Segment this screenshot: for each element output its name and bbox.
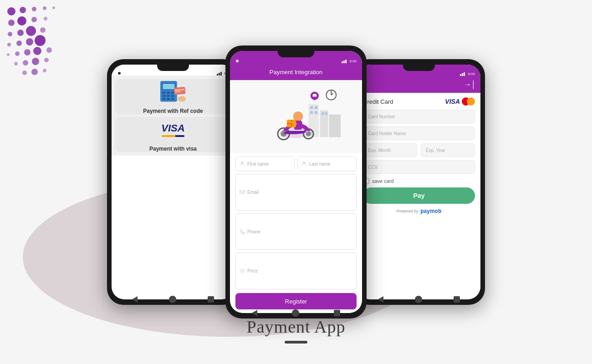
recents-button-right[interactable] <box>454 296 460 303</box>
phone2-header-title: Payment Integration <box>270 69 322 76</box>
home-button-center[interactable] <box>292 309 299 317</box>
name-row: First name Last name <box>235 157 357 171</box>
payment-ref-code-card[interactable]: Payment with Ref code <box>115 79 231 114</box>
phone-notch-right <box>403 65 435 71</box>
svg-rect-56 <box>329 114 341 137</box>
recents-button-left[interactable] <box>208 296 214 303</box>
svg-rect-31 <box>219 73 220 76</box>
first-name-input[interactable]: First name <box>235 157 295 171</box>
delivery-illustration-area <box>230 80 362 153</box>
register-button-label: Register <box>285 298 307 305</box>
powered-by-row: Powered by paymob <box>363 208 475 214</box>
price-input[interactable]: Price <box>235 253 357 289</box>
svg-rect-40 <box>167 95 170 96</box>
logout-icon[interactable]: →│ <box>464 81 476 89</box>
ref-code-label: Payment with Ref code <box>143 108 203 114</box>
phone-input[interactable]: Phone <box>235 213 357 250</box>
svg-rect-36 <box>162 91 165 93</box>
last-name-placeholder: Last name <box>309 162 331 167</box>
expiry-row: Exp. Month Exp. Year <box>363 143 475 157</box>
visa-icon-area: VISA <box>157 117 189 142</box>
svg-rect-57 <box>310 106 313 109</box>
back-button-right[interactable] <box>378 296 383 303</box>
person-icon <box>240 161 245 167</box>
credit-card-form: Credit Card VISA Card Number <box>357 93 480 299</box>
back-button-center[interactable] <box>252 310 257 316</box>
ccv-input[interactable]: CCV <box>363 160 475 174</box>
phone-icon <box>240 229 245 234</box>
svg-rect-61 <box>322 112 324 115</box>
back-button-left[interactable] <box>132 296 138 303</box>
right-status-time: 6:00 <box>468 72 475 76</box>
payment-visa-card[interactable]: VISA Payment with visa <box>115 117 231 152</box>
svg-point-49 <box>236 60 239 62</box>
card-brands: VISA <box>445 97 475 106</box>
svg-point-29 <box>118 72 121 75</box>
price-icon <box>240 268 245 274</box>
svg-rect-43 <box>167 98 170 100</box>
visa-brand-icon: VISA <box>445 98 460 105</box>
phone-notch-left <box>157 65 189 71</box>
card-holder-input[interactable]: Card Holder Name <box>363 126 475 140</box>
phones-container: 6:u <box>0 0 592 364</box>
email-input[interactable]: Email <box>235 174 357 211</box>
visa-card-visual: VISA <box>161 122 184 137</box>
powered-by-text: Powered by <box>397 209 418 213</box>
paymob-logo: paymob <box>420 208 441 214</box>
page-title: Payment App <box>247 317 346 337</box>
credit-card-header-row: Credit Card VISA <box>363 97 475 106</box>
svg-rect-52 <box>345 60 347 63</box>
svg-rect-37 <box>167 91 170 93</box>
exp-year-input[interactable]: Exp. Year <box>421 143 475 157</box>
phone3-header: →│ <box>357 76 480 93</box>
phone-placeholder: Phone <box>247 229 260 234</box>
card-number-input[interactable]: Card Number <box>363 110 475 123</box>
svg-rect-35 <box>163 84 174 89</box>
recents-button-center[interactable] <box>334 310 340 316</box>
nav-buttons-right <box>353 296 485 303</box>
last-name-input[interactable]: Last name <box>297 157 357 171</box>
svg-point-48 <box>178 96 186 101</box>
phone2-header: Payment Integration <box>230 64 362 80</box>
home-button-left[interactable] <box>169 296 176 303</box>
visa-stripe <box>162 135 184 137</box>
svg-rect-30 <box>217 74 218 76</box>
page-title-underline <box>285 341 307 344</box>
svg-rect-84 <box>240 191 245 194</box>
status-left <box>117 71 122 76</box>
phone-screen-right: 6:00 →│ Credit Card VISA <box>357 65 480 299</box>
phone-notch-center <box>278 51 314 57</box>
svg-rect-88 <box>462 73 463 76</box>
svg-rect-62 <box>325 112 327 115</box>
phone3-content: 6:00 →│ Credit Card VISA <box>357 65 480 299</box>
ccv-placeholder: CCV <box>368 165 378 170</box>
nav-buttons-center <box>225 309 367 317</box>
phone-screen-center: 6:00 Payment Integration <box>230 51 362 313</box>
email-icon <box>240 189 245 195</box>
svg-rect-38 <box>171 91 174 93</box>
svg-rect-32 <box>220 72 222 76</box>
card-number-placeholder: Card Number <box>368 114 395 119</box>
register-button[interactable]: Register <box>235 293 357 309</box>
svg-rect-51 <box>343 61 345 63</box>
home-button-right[interactable] <box>415 296 422 303</box>
pos-terminal-icon <box>157 78 189 106</box>
phone-right: 6:00 →│ Credit Card VISA <box>353 59 485 305</box>
exp-month-placeholder: Exp. Month <box>368 148 391 153</box>
svg-rect-41 <box>171 95 174 96</box>
pay-button[interactable]: Pay <box>363 187 475 204</box>
delivery-illustration-svg <box>250 82 342 151</box>
credit-card-label: Credit Card <box>363 98 393 105</box>
exp-year-placeholder: Exp. Year <box>426 148 445 153</box>
exp-month-input[interactable]: Exp. Month <box>363 143 417 157</box>
payment-form: First name Last name Email Phone <box>230 153 362 313</box>
phone-left: 6:u <box>107 59 239 305</box>
svg-rect-39 <box>162 95 165 96</box>
svg-rect-87 <box>460 74 461 76</box>
svg-rect-50 <box>342 61 343 63</box>
price-placeholder: Price <box>247 268 258 273</box>
svg-rect-59 <box>310 111 313 114</box>
mastercard-brand-icon <box>462 97 475 106</box>
phone-screen-left: 6:u <box>112 65 235 299</box>
svg-rect-44 <box>171 98 174 100</box>
